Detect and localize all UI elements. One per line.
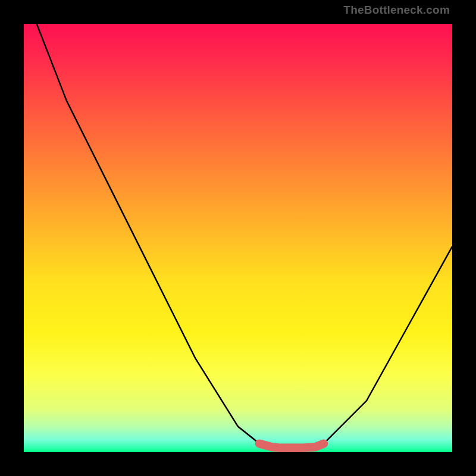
bottleneck-curve <box>37 24 452 448</box>
watermark-text: TheBottleneck.com <box>343 4 450 17</box>
bottom-highlight <box>259 444 324 448</box>
curve-svg <box>24 24 452 452</box>
chart-frame: TheBottleneck.com <box>0 0 476 476</box>
plot-area <box>24 24 452 452</box>
